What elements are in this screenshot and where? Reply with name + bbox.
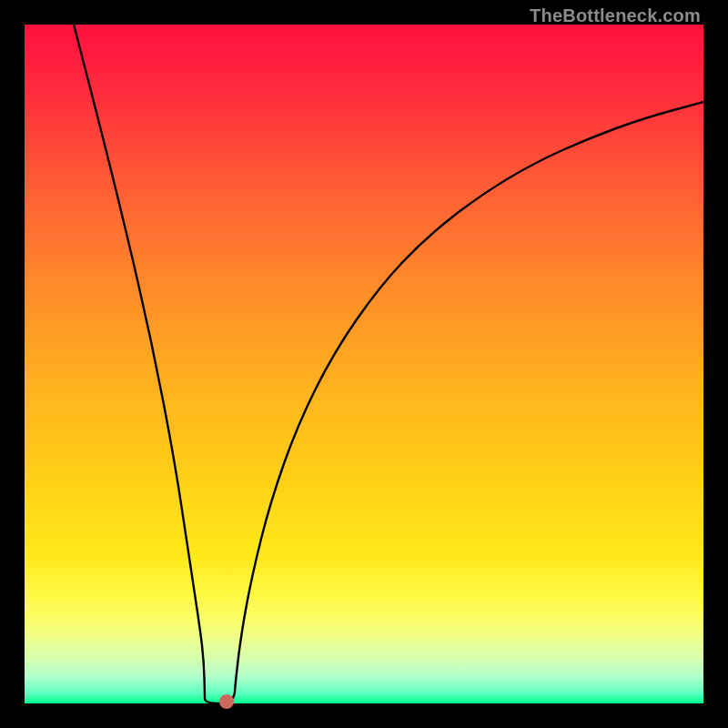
watermark-text: TheBottleneck.com xyxy=(530,5,701,26)
bottleneck-curve xyxy=(74,25,703,703)
marker-dot xyxy=(219,694,234,709)
plot-area xyxy=(25,25,703,703)
chart-frame: TheBottleneck.com xyxy=(0,0,728,728)
curve-svg xyxy=(25,25,703,703)
